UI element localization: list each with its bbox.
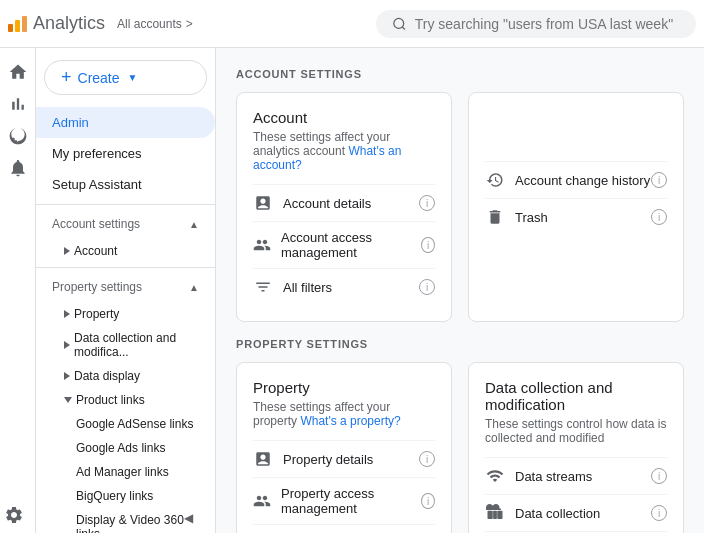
data-collection-info[interactable]: i bbox=[651, 505, 667, 521]
svg-rect-4 bbox=[488, 511, 493, 519]
data-collection-subtitle: These settings control how data is colle… bbox=[485, 417, 667, 445]
search-icon bbox=[392, 16, 407, 32]
property-card: Property These settings affect your prop… bbox=[236, 362, 452, 533]
search-input[interactable] bbox=[415, 16, 680, 32]
history-icon bbox=[485, 170, 505, 190]
data-collection-label: Data collection and modifica... bbox=[74, 331, 199, 359]
breadcrumb[interactable]: All accounts > bbox=[117, 17, 197, 31]
sidebar-item-data-display[interactable]: Data display bbox=[36, 364, 215, 388]
data-streams-icon bbox=[485, 466, 505, 486]
property-card-title: Property bbox=[253, 379, 435, 396]
sidebar-sub-adsense[interactable]: Google AdSense links bbox=[36, 412, 215, 436]
trash-icon bbox=[485, 207, 505, 227]
account-access-item[interactable]: Account access management i bbox=[253, 221, 435, 268]
arrow-right-icon-2 bbox=[64, 310, 70, 318]
trash-label: Trash bbox=[515, 210, 548, 225]
account-card-title: Account bbox=[253, 109, 435, 126]
product-links-label: Product links bbox=[76, 393, 145, 407]
property-details-icon bbox=[253, 449, 273, 469]
account-access-info[interactable]: i bbox=[421, 237, 435, 253]
sidebar-item-product-links[interactable]: Product links bbox=[36, 388, 215, 412]
content-area: ACCOUNT SETTINGS Account These settings … bbox=[216, 48, 704, 533]
chevron-down-icon: ▼ bbox=[128, 72, 138, 83]
data-collection-icon bbox=[485, 503, 505, 523]
filter-icon bbox=[253, 277, 273, 297]
property-access-info[interactable]: i bbox=[421, 493, 435, 509]
sidebar-item-data-collection[interactable]: Data collection and modifica... bbox=[36, 326, 215, 364]
sidebar-item-preferences[interactable]: My preferences bbox=[36, 138, 215, 169]
svg-line-1 bbox=[402, 26, 405, 29]
account-history-info[interactable]: i bbox=[651, 172, 667, 188]
account-details-label: Account details bbox=[283, 196, 371, 211]
account-settings-header[interactable]: Account settings ▲ bbox=[36, 209, 215, 239]
plus-icon: + bbox=[61, 67, 72, 88]
all-filters-label: All filters bbox=[283, 280, 332, 295]
sidebar: + Create ▼ Admin My preferences Setup As… bbox=[36, 48, 216, 533]
account-details-item[interactable]: Account details i bbox=[253, 184, 435, 221]
svg-rect-5 bbox=[493, 511, 497, 519]
main-layout: + Create ▼ Admin My preferences Setup As… bbox=[0, 48, 704, 533]
svg-point-0 bbox=[394, 18, 404, 28]
logo-icon bbox=[8, 16, 27, 32]
people-icon bbox=[253, 235, 271, 255]
account-history-item[interactable]: Account change history i bbox=[485, 161, 667, 198]
data-collection-item[interactable]: Data collection i bbox=[485, 494, 667, 531]
data-streams-item[interactable]: Data streams i bbox=[485, 457, 667, 494]
property-subtitle-link[interactable]: What's a property? bbox=[300, 414, 400, 428]
create-button-label: Create bbox=[78, 70, 120, 86]
trash-item[interactable]: Trash i bbox=[485, 198, 667, 235]
arrow-right-icon bbox=[64, 247, 70, 255]
arrow-right-icon-3 bbox=[64, 341, 70, 349]
search-bar[interactable] bbox=[376, 10, 696, 38]
settings-icon[interactable] bbox=[4, 505, 24, 525]
create-button[interactable]: + Create ▼ bbox=[44, 60, 207, 95]
account-right-card: Account change history i Trash i bbox=[468, 92, 684, 322]
sidebar-item-setup[interactable]: Setup Assistant bbox=[36, 169, 215, 200]
all-filters-info[interactable]: i bbox=[419, 279, 435, 295]
advertising-icon[interactable] bbox=[8, 158, 28, 178]
arrow-down-icon bbox=[64, 397, 72, 403]
account-cards-row: Account These settings affect your analy… bbox=[236, 92, 684, 322]
sidebar-sub-bigquery[interactable]: BigQuery links bbox=[36, 484, 215, 508]
property-card-subtitle: These settings affect your property What… bbox=[253, 400, 435, 428]
arrow-right-icon-4 bbox=[64, 372, 70, 380]
property-details-item[interactable]: Property details i bbox=[253, 440, 435, 477]
account-settings-label: Account settings bbox=[52, 217, 140, 231]
all-filters-item[interactable]: All filters i bbox=[253, 268, 435, 305]
account-details-info[interactable]: i bbox=[419, 195, 435, 211]
svg-rect-6 bbox=[497, 511, 502, 519]
account-card: Account These settings affect your analy… bbox=[236, 92, 452, 322]
property-history-item[interactable]: Property change history i bbox=[253, 524, 435, 533]
sidebar-item-property[interactable]: Property bbox=[36, 302, 215, 326]
account-access-label: Account access management bbox=[281, 230, 421, 260]
left-rail bbox=[0, 48, 36, 533]
data-streams-label: Data streams bbox=[515, 469, 592, 484]
data-collection-card: Data collection and modification These s… bbox=[468, 362, 684, 533]
account-label: Account bbox=[74, 244, 117, 258]
app-title: Analytics bbox=[33, 13, 105, 34]
sidebar-item-admin[interactable]: Admin bbox=[36, 107, 215, 138]
collapse-icon: ▲ bbox=[189, 219, 199, 230]
property-details-label: Property details bbox=[283, 452, 373, 467]
property-settings-section-label: PROPERTY SETTINGS bbox=[236, 338, 684, 350]
collapse-icon-2: ▲ bbox=[189, 282, 199, 293]
sidebar-item-account[interactable]: Account bbox=[36, 239, 215, 263]
data-streams-info[interactable]: i bbox=[651, 468, 667, 484]
data-display-label: Data display bbox=[74, 369, 140, 383]
breadcrumb-label[interactable]: All accounts bbox=[117, 17, 182, 31]
sidebar-sub-ad-manager[interactable]: Ad Manager links bbox=[36, 460, 215, 484]
property-settings-label: Property settings bbox=[52, 280, 142, 294]
property-access-item[interactable]: Property access management i bbox=[253, 477, 435, 524]
home-icon[interactable] bbox=[8, 62, 28, 82]
sidebar-collapse-button[interactable]: ◀ bbox=[184, 511, 193, 525]
explore-icon[interactable] bbox=[8, 126, 28, 146]
data-collection-title: Data collection and modification bbox=[485, 379, 667, 413]
account-settings-section-label: ACCOUNT SETTINGS bbox=[236, 68, 684, 80]
sidebar-sub-google-ads[interactable]: Google Ads links bbox=[36, 436, 215, 460]
property-access-icon bbox=[253, 491, 271, 511]
property-details-info[interactable]: i bbox=[419, 451, 435, 467]
property-settings-header[interactable]: Property settings ▲ bbox=[36, 272, 215, 302]
property-access-label: Property access management bbox=[281, 486, 421, 516]
reports-icon[interactable] bbox=[8, 94, 28, 114]
trash-info[interactable]: i bbox=[651, 209, 667, 225]
